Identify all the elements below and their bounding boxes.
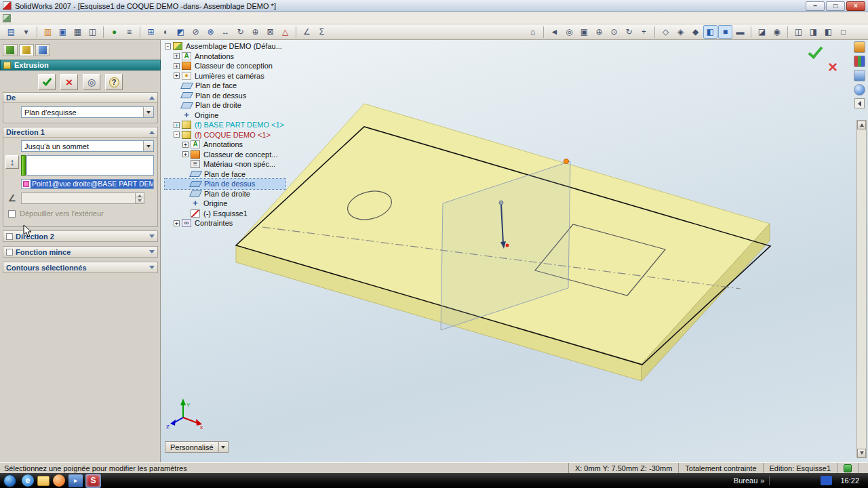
menu-edition[interactable] [24, 17, 35, 20]
tree-coque-annotations[interactable]: + Annotations [165, 140, 285, 150]
rebuild-button[interactable]: ● [107, 25, 121, 39]
target-vertex-point[interactable] [564, 159, 569, 164]
zoom-in-out-button[interactable]: ⊕ [592, 25, 606, 39]
draft-outward-checkbox[interactable] [8, 210, 16, 218]
scene-tab-icon[interactable] [854, 84, 865, 96]
tree-contraintes[interactable]: + Contraintes [165, 218, 285, 228]
end-condition-dropdown[interactable]: Jusqu'à un sommet [21, 140, 154, 152]
new-window-button[interactable]: ◫ [791, 25, 806, 39]
tree-expand-icon[interactable]: + [174, 73, 180, 79]
tree-esquisse1[interactable]: (-) Esquisse1 [165, 209, 285, 219]
language-icon[interactable] [821, 476, 832, 485]
select-button[interactable]: ◄ [547, 25, 561, 39]
file-explorer-tab-icon[interactable] [854, 70, 865, 81]
resources-tab-icon[interactable] [854, 41, 865, 53]
hide-show-component-button[interactable]: ◐ [159, 25, 173, 39]
cascade-windows-button[interactable]: ◨ [806, 25, 821, 39]
firefox-icon[interactable] [53, 474, 65, 487]
confirm-ok-button[interactable] [808, 43, 823, 59]
dropdown-arrow-icon[interactable] [143, 107, 153, 117]
measure-button[interactable]: ∠ [300, 25, 314, 39]
confirm-cancel-button[interactable]: × [828, 59, 837, 75]
tree-annotations[interactable]: + Annotations [165, 52, 285, 62]
custom-views-dropdown[interactable]: Personnalisé [165, 441, 229, 453]
featuremanager-tab[interactable] [3, 44, 18, 56]
interference-detection-button[interactable]: △ [278, 25, 292, 39]
graphics-area[interactable]: Y x Z - Assemblage DEMO (Défau... + Anno… [161, 40, 868, 462]
direction2-checkbox[interactable] [6, 233, 13, 240]
menu-affichage[interactable] [35, 17, 46, 20]
tree-expand-icon[interactable]: - [174, 131, 180, 138]
hidden-lines-removed-button[interactable]: ◆ [688, 25, 703, 39]
section-view-button[interactable]: ◪ [755, 25, 769, 39]
fullscreen-button[interactable]: □ [836, 25, 850, 39]
media-player-icon[interactable]: ▸ [68, 474, 83, 487]
tree-coque-plan-face[interactable]: Plan de face [165, 169, 285, 180]
ok-button[interactable] [38, 74, 56, 90]
smart-fasteners-button[interactable]: ⊕ [248, 25, 262, 39]
internet-explorer-icon[interactable]: e [22, 474, 34, 487]
tree-coque-origine[interactable]: Origine [165, 199, 285, 209]
cancel-button[interactable]: × [60, 74, 78, 90]
tree-coque-demo[interactable]: - (f) COQUE DEMO <1> [165, 130, 285, 140]
tree-expand-icon[interactable]: + [174, 53, 180, 59]
group-thin-header[interactable]: Fonction mince [3, 247, 157, 257]
tree-materiau[interactable]: Matériau <non spéc... [165, 159, 285, 169]
menu-fichier[interactable] [14, 17, 24, 20]
shaded-button[interactable]: ■ [718, 25, 732, 39]
edit-component-button[interactable]: ◩ [174, 25, 188, 39]
reverse-direction-button[interactable]: ↕ [5, 155, 19, 169]
help-button[interactable]: ? [105, 74, 123, 90]
options-button[interactable]: ≡ [122, 25, 136, 39]
camera-view-button[interactable]: ◉ [770, 25, 784, 39]
zoom-area-button[interactable]: ▣ [577, 25, 591, 39]
scroll-up-icon[interactable] [857, 121, 866, 129]
propertymanager-tab[interactable] [19, 44, 34, 56]
clock[interactable]: 16:22 [837, 476, 863, 485]
tree-expand-icon[interactable]: + [174, 122, 180, 128]
zoom-fit-button[interactable]: ◎ [562, 25, 576, 39]
group-from-header[interactable]: De [3, 93, 157, 103]
menu-fenetre[interactable] [68, 17, 79, 20]
print-preview-button[interactable]: ◫ [85, 25, 100, 39]
tile-windows-button[interactable]: ◧ [821, 25, 835, 39]
design-library-tab-icon[interactable] [854, 56, 865, 67]
draft-angle-input[interactable] [21, 192, 144, 204]
tree-plan-de-droite[interactable]: Plan de droite [165, 100, 285, 110]
vertex-selection-field[interactable]: Point1@vue droite@BASE PART DEMO- [21, 179, 154, 189]
view-orientation-button[interactable]: ⌂ [526, 25, 540, 39]
close-button[interactable]: × [846, 1, 865, 11]
tree-expand-icon[interactable]: + [174, 220, 180, 226]
menu-aide[interactable] [79, 17, 90, 20]
new-document-button[interactable]: ▤ [4, 25, 18, 39]
new-document-arrow[interactable]: ▾ [19, 25, 33, 39]
sketch-origin-point[interactable] [506, 244, 509, 247]
dropdown-arrow-icon[interactable] [218, 442, 228, 452]
tree-plan-de-dessus[interactable]: Plan de dessus [165, 91, 285, 101]
tree-expand-icon[interactable]: - [165, 43, 171, 49]
mass-properties-button[interactable]: Σ [315, 25, 329, 39]
pan-button[interactable]: + [637, 25, 651, 39]
tree-base-part-demo[interactable]: + (f) BASE PART DEMO <1> [165, 120, 285, 130]
tree-coque-plan-droite[interactable]: Plan de droite [165, 189, 285, 199]
shadows-button[interactable]: ▬ [733, 25, 747, 39]
vertical-scrollbar[interactable] [856, 120, 867, 458]
tree-origine[interactable]: Origine [165, 110, 285, 121]
tree-coque-classeur[interactable]: + Classeur de concept... [165, 150, 285, 160]
tree-expand-icon[interactable]: + [174, 63, 180, 69]
group-contours-header[interactable]: Contours sélectionnés [3, 262, 157, 272]
start-button[interactable] [3, 474, 16, 487]
bureau-toolbar[interactable]: Bureau » [734, 476, 765, 485]
windows-explorer-icon[interactable] [37, 476, 50, 486]
print-button[interactable]: ▦ [71, 25, 85, 39]
detail-preview-button[interactable]: ◎ [83, 74, 100, 90]
tree-coque-plan-dessus[interactable]: Plan de dessus [165, 179, 285, 189]
task-pane-expand-button[interactable] [854, 98, 865, 108]
mate-button[interactable]: ⊗ [203, 25, 218, 39]
group-direction1-header[interactable]: Direction 1 [3, 127, 157, 138]
wireframe-button[interactable]: ◇ [658, 25, 673, 39]
tree-assemblage-demo[interactable]: - Assemblage DEMO (Défau... [165, 41, 285, 52]
open-button[interactable]: ▥ [41, 25, 55, 39]
rotate-component-button[interactable]: ↻ [233, 25, 248, 39]
zoom-selection-button[interactable]: ⊙ [607, 25, 621, 39]
